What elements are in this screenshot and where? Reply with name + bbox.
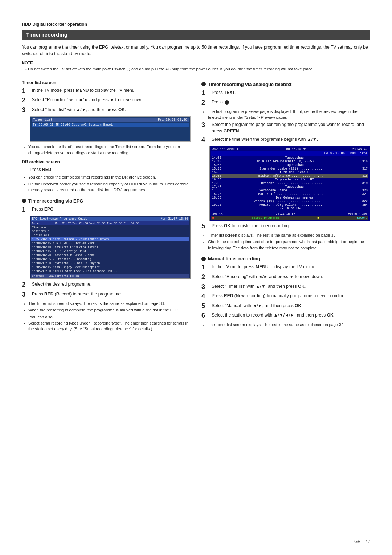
tele-step-num-4: 4 [201,136,209,144]
epg-step3-bullet-2: When the presetting is complete, the pro… [28,307,191,313]
man-step6-bullets: The Timer list screen displays. The rest… [201,322,370,328]
dr-bullets: You can check the completed timer record… [22,174,191,193]
page-number: GB – 47 [354,539,370,544]
tele-step-num-3: 3 [201,121,209,129]
man-step-num-1: 1 [201,264,209,272]
tele-step-num-5: 5 [201,223,209,230]
man-step-num-2: 2 [201,273,209,281]
man-step-1: 1 In the TV mode, press MENU to display … [201,264,370,272]
right-column: Timer recording via analogue teletext 1 … [201,77,370,333]
step-text-1: In the TV mode, press MENU to display th… [32,87,191,94]
epg-screen: EPG Electronic Programme Guide Mon 31.07… [30,216,191,279]
man-step-text-1: In the TV mode, press MENU to display th… [212,264,370,270]
tele-step5-bullets: Timer list screen displays. The rest is … [201,232,370,251]
tele-step-text-2: Press . [212,99,370,105]
note-label: NOTE [22,61,370,65]
man-step-text-5: Select "Manual" with ◄/►, and then press… [212,302,370,309]
man-step-text-2: Select "Recording" with ◄/► and press ▼ … [212,273,370,280]
circle-icon [225,100,229,105]
epg-step-2: 2 Select the desired programme. [22,281,191,289]
man-step-text-6: Select the station to record with ▲/▼/◄/… [212,312,370,318]
note-text: • Do not switch the TV set off with the … [22,66,370,72]
teletext-screen: 302 302 ARDtext Do 05.10.06 09:36 42 Do … [209,146,370,221]
man-step-6: 6 Select the station to record with ▲/▼/… [201,312,370,320]
via-teletext-label: Timer recording via analogue teletext [201,82,370,87]
epg-step-3: 3 Press RED (Record) to preset the progr… [22,291,191,299]
man-step-text-3: Select "Timer list" with ▲/▼, and then p… [212,283,370,290]
step-1: 1 In the TV mode, press MENU to display … [22,87,191,95]
tele-step-text-1: Press TEXT. [212,89,370,96]
step-num-3: 3 [22,106,30,114]
epg-dot-icon [22,199,26,203]
tele-step2-bullets: The first programme preview page is disp… [201,109,370,121]
section-header: HDD Digital Recorder operation [22,22,370,27]
section-title: Timer recording [22,30,370,40]
step-num-1: 1 [22,87,30,95]
manual-recording-label: Manual timer recording [201,256,370,261]
step-2: 2 Select "Recording" with ◄/► and press … [22,97,191,105]
timer-list-label: Timer list screen [22,80,191,85]
via-epg-label: Timer recording via EPG [22,198,191,204]
tele-step2-bullet-1: The first programme preview page is disp… [208,109,370,121]
dr-bullet-2: On the upper-left corner you see a remai… [28,181,191,193]
man-step-num-5: 5 [201,302,209,310]
note-block: NOTE • Do not switch the TV set off with… [22,61,370,72]
tele-step-1: 1 Press TEXT. [201,89,370,97]
epg-also-bullet-1: Select serial recording types under "Rec… [28,320,191,332]
dr-archive-label: DR archive screen [22,159,191,164]
epg-step-text-1: Press EPG. [32,206,191,212]
step3-bullet-1: You can check the list of preset recordi… [28,144,191,156]
epg-step-num-3: 3 [22,291,30,299]
man-step-text-4: Press RED (New recording) to manually pr… [212,293,370,299]
tele-step-4: 4 Select the time when the programme beg… [201,136,370,144]
you-can-also: You can also: [22,315,191,319]
epg-step-1: 1 Press EPG. [22,206,191,214]
step-num-2: 2 [22,97,30,105]
left-column: Timer list screen 1 In the TV mode, pres… [22,77,191,333]
tele-step-num-1: 1 [201,89,209,97]
timer-list-screen: Timer list Fri 29.09 09:28 Fr 29.09 21:4… [30,116,191,142]
step-3: 3 Select "Timer list" with ▲/▼, and then… [22,106,191,114]
tele-step-3: 3 Select the programme page containing t… [201,121,370,134]
man-step-num-6: 6 [201,312,209,320]
man-step6-bullet-1: The Timer list screen displays. The rest… [208,322,370,328]
tele-step5-bullet-1: Timer list screen displays. The rest is … [208,232,370,238]
dr-press: Press RED. [22,166,191,173]
man-step-num-4: 4 [201,293,209,301]
step3-bullets: You can check the list of preset recordi… [22,144,191,156]
tele-step-num-2: 2 [201,99,209,107]
tele-step-5: 5 Press OK to register the timer recordi… [201,223,370,230]
tele-step-text-4: Select the time when the programme begin… [212,136,370,143]
epg-also-bullets: Select serial recording types under "Rec… [22,320,191,332]
epg-step3-bullet-1: The Timer list screen displays. The rest… [28,301,191,307]
step-text-3: Select "Timer list" with ▲/▼, and then p… [32,106,191,113]
man-step-2: 2 Select "Recording" with ◄/► and press … [201,273,370,281]
tele-step5-bullet-2: Check the recording time and date for pr… [208,239,370,251]
man-step-3: 3 Select "Timer list" with ▲/▼, and then… [201,283,370,291]
step-text-2: Select "Recording" with ◄/► and press ▼ … [32,97,191,103]
dr-bullet-1: You can check the completed timer record… [28,174,191,180]
teletext-dot-icon [201,82,206,86]
man-step-num-3: 3 [201,283,209,291]
man-step-4: 4 Press RED (New recording) to manually … [201,293,370,301]
intro-text: You can programme the timer using the EP… [22,44,370,57]
tele-step-2: 2 Press . [201,99,370,107]
man-step-5: 5 Select "Manual" with ◄/►, and then pre… [201,302,370,310]
epg-step-num-2: 2 [22,281,30,289]
epg-step-num-1: 1 [22,206,30,214]
epg-step-text-3: Press RED (Record) to preset the program… [32,291,191,297]
tele-step-text-3: Select the programme page containing the… [212,121,370,134]
epg-step3-bullets: The Timer list screen displays. The rest… [22,301,191,313]
manual-dot-icon [201,257,206,261]
tele-step-text-5: Press OK to register the timer recording… [212,223,370,229]
epg-step-text-2: Select the desired programme. [32,281,191,287]
